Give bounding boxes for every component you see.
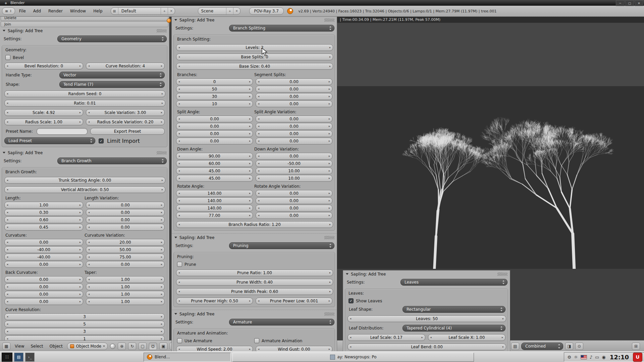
scene-add-icon[interactable]: + [226, 8, 233, 14]
keyboard-layout-flag-icon[interactable] [581, 355, 587, 359]
viewport-shading-icon[interactable] [110, 344, 115, 349]
scene-name[interactable]: Scene [198, 8, 226, 14]
menu-select[interactable]: Select [29, 344, 45, 349]
shape-dropdown[interactable]: Tend Flame (7) [59, 81, 165, 88]
panel-grip-icon[interactable] [324, 236, 334, 239]
leaf-shape-dropdown[interactable]: Rectangular [402, 306, 505, 313]
random-seed-field[interactable]: Random Seed: 0 [4, 90, 165, 97]
show-leaves-checkbox[interactable]: ✓ [348, 298, 354, 303]
prune-width-field[interactable]: Prune Width: 0.40 [176, 279, 333, 286]
down-angle-field-3[interactable]: 45.00 [176, 175, 253, 182]
curve-resolution-field[interactable]: Curve Resolution: 4 [86, 63, 165, 69]
translate-manipulator-icon[interactable]: ⊕ [118, 343, 126, 350]
curvature-variation-field-3[interactable]: 0.00 [86, 261, 165, 268]
menu-add[interactable]: Add [30, 9, 44, 13]
settings-dropdown-armature[interactable]: Armature [229, 319, 334, 325]
prune-width-peak-field[interactable]: Prune Width Peak: 0.60 [176, 288, 333, 295]
down-angle-field-1[interactable]: 60.00 [176, 160, 253, 167]
file-manager-launcher-icon[interactable]: ▤ [14, 353, 23, 362]
branches-field-0[interactable]: 0 [176, 78, 253, 85]
terminal-launcher-icon[interactable]: ›_ [25, 353, 35, 362]
trunk-starting-angle-field[interactable]: Trunk Starting Angle: 0.00 [4, 177, 165, 184]
rotate-angle-field-1[interactable]: 140.00 [176, 197, 253, 204]
scale-manipulator-icon[interactable]: ▢ [139, 343, 147, 350]
layout-name[interactable]: Default [118, 8, 161, 14]
bevel-resolution-field[interactable]: Bevel Resolution: 0 [4, 63, 83, 69]
curvature-variation-field-2[interactable]: 75.00 [86, 254, 165, 260]
segment-splits-field-2[interactable]: 0.00 [256, 93, 332, 100]
length-field-0[interactable]: 1.00 [4, 202, 83, 208]
scene-delete-icon[interactable]: ✕ [233, 8, 240, 14]
ratio-field[interactable]: Ratio: 0.01 [4, 100, 165, 107]
updates-tray-icon[interactable]: U [633, 353, 642, 362]
menu-render[interactable]: Render [45, 9, 66, 13]
settings-dropdown-geometry[interactable]: Geometry [57, 36, 167, 42]
leaf-distribution-dropdown[interactable]: Tapered Cylindrical (4) [402, 325, 505, 331]
taskbar-window-newsgroups[interactable]: ay: Newsgroups: Po [232, 353, 474, 362]
curvature-field-0[interactable]: 0.00 [4, 239, 83, 246]
back-curvature-field-0[interactable]: 0.00 [4, 276, 83, 283]
close-button[interactable]: ✕ [635, 0, 643, 6]
prune-power-high-field[interactable]: Prune Power High: 0.50 [176, 298, 253, 304]
panel-grip-icon[interactable] [157, 29, 167, 33]
rotate-angle-variation-field-2[interactable]: 0.00 [256, 205, 332, 212]
length-field-3[interactable]: 0.45 [4, 224, 83, 231]
render-opengl-icon[interactable]: ▣ [159, 343, 167, 350]
split-angle-variation-field-3[interactable]: 0.00 [256, 138, 332, 144]
branch-radius-ratio-field[interactable]: Branch Radius Ratio: 1.20 [176, 221, 333, 228]
curvature-field-3[interactable]: 0.00 [4, 261, 83, 268]
panel-grip-icon[interactable] [157, 151, 167, 155]
render-pass-dropdown[interactable]: Combined [521, 343, 563, 350]
toolshelf-item-join[interactable]: Join [1, 21, 168, 27]
curve-resolution-field-0[interactable]: 3 [4, 313, 165, 320]
split-angle-field-2[interactable]: 0.00 [176, 130, 253, 137]
minimize-button[interactable]: ─ [616, 0, 625, 6]
taskbar-window-blender[interactable]: Blend... [144, 353, 231, 362]
curvature-field-1[interactable]: -40.00 [4, 246, 83, 253]
menu-file[interactable]: File [16, 9, 29, 13]
prune-power-low-field[interactable]: Prune Power Low: 0.001 [256, 298, 332, 304]
start-menu-button[interactable]: ∷ [2, 353, 12, 362]
leaf-scale-field[interactable]: Leaf Scale: 0.17 [347, 334, 425, 341]
leaves-count-field[interactable]: Leaves: 50 [347, 315, 506, 322]
down-angle-variation-field-3[interactable]: 10.00 [256, 175, 332, 182]
back-curvature-field-2[interactable]: 0.00 [4, 291, 83, 298]
rotate-manipulator-icon[interactable]: ↻ [128, 343, 136, 350]
snap-magnet-icon[interactable]: Ω [149, 343, 157, 350]
length-variation-field-1[interactable]: 0.00 [86, 209, 165, 216]
down-angle-variation-field-1[interactable]: -50.00 [256, 160, 332, 167]
rotate-angle-field-2[interactable]: 140.00 [176, 205, 253, 212]
split-angle-variation-field-1[interactable]: 0.00 [256, 123, 332, 130]
segment-splits-field-0[interactable]: 0.00 [256, 78, 332, 85]
armature-animation-checkbox[interactable] [254, 338, 259, 343]
panel-header-sapling-leaves[interactable]: Sapling: Add Tree [343, 271, 510, 277]
base-size-field[interactable]: Base Size: 0.40 [176, 63, 333, 70]
scale-variation-field[interactable]: Scale Variation: 3.00 [86, 109, 165, 116]
length-field-1[interactable]: 0.30 [4, 209, 83, 216]
split-angle-field-3[interactable]: 0.00 [176, 138, 253, 144]
down-angle-field-2[interactable]: 45.00 [176, 168, 253, 174]
sound-tray-icon[interactable]: ♪ [590, 355, 592, 359]
split-angle-variation-field-2[interactable]: 0.00 [256, 130, 332, 137]
leaf-scale-x-field[interactable]: Leaf Scale X: 1.00 [428, 334, 506, 341]
layout-add-icon[interactable]: + [161, 8, 168, 14]
settings-dropdown-pruning[interactable]: Pruning [229, 242, 334, 249]
menu-help[interactable]: Help [90, 9, 106, 13]
editor-type-3dview-button[interactable]: ▦ [2, 343, 10, 350]
branches-field-1[interactable]: 50 [176, 86, 253, 93]
levels-field[interactable]: Levels: 2 [176, 44, 333, 51]
length-variation-field-2[interactable]: 0.00 [86, 217, 165, 223]
radius-scale-field[interactable]: Radius Scale: 1.00 [4, 119, 83, 125]
settings-tray-icon[interactable]: ⚙ [567, 355, 571, 359]
panel-grip-icon[interactable] [497, 273, 507, 276]
length-variation-field-3[interactable]: 0.00 [86, 224, 165, 231]
settings-dropdown-leaves[interactable]: Leaves [400, 279, 507, 286]
pin-layout-icon[interactable]: ⊞ [632, 343, 640, 350]
split-angle-field-1[interactable]: 0.00 [176, 123, 253, 130]
taper-field-0[interactable]: 1.00 [86, 276, 165, 283]
rotate-angle-variation-field-1[interactable]: 0.00 [256, 197, 332, 204]
back-curvature-field-3[interactable]: 0.00 [4, 298, 83, 305]
scene-selector[interactable]: Scene + ✕ [198, 7, 240, 15]
taper-field-3[interactable]: 1.00 [86, 298, 165, 305]
brightness-tray-icon[interactable]: ☼ [574, 355, 578, 359]
